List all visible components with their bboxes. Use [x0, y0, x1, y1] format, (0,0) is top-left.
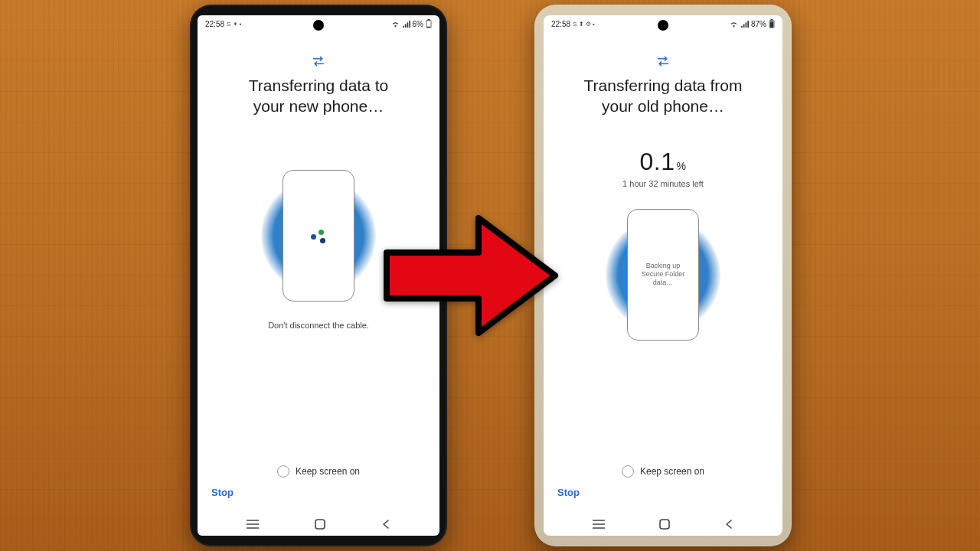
arrow-right-icon: [379, 207, 563, 344]
status-battery: 6%: [413, 20, 423, 28]
android-navbar: [198, 513, 439, 536]
nav-recents-icon[interactable]: [246, 519, 260, 530]
status-time: 22:58: [551, 20, 570, 28]
stop-button[interactable]: Stop: [211, 487, 234, 498]
nav-back-icon[interactable]: [724, 519, 734, 530]
nav-back-icon[interactable]: [381, 519, 391, 530]
scene: 22:58 S ✦ ▪ 6% Transferring data to your…: [0, 0, 980, 551]
loading-dots-icon: [309, 227, 328, 245]
nav-recents-icon[interactable]: [592, 519, 606, 530]
transfer-visual: [242, 163, 395, 308]
camera-punch-hole: [313, 20, 324, 31]
progress-percentage: 0.1%: [640, 148, 687, 176]
svg-rect-2: [427, 27, 431, 28]
time-remaining: 1 hour 32 minutes left: [622, 179, 704, 188]
page-title: Transferring data to your new phone…: [249, 75, 388, 117]
signal-icon: [402, 21, 410, 28]
bottom-bar: Stop: [544, 485, 782, 513]
status-indicators: S ⬆ ⚙ •: [573, 21, 595, 28]
wifi-icon: [391, 21, 400, 28]
android-navbar: [544, 513, 782, 536]
stop-button[interactable]: Stop: [557, 487, 580, 498]
wifi-icon: [730, 21, 738, 28]
keep-screen-on-toggle[interactable]: Keep screen on: [277, 465, 360, 478]
svg-rect-6: [315, 520, 325, 529]
signal-icon: [740, 21, 749, 28]
radio-unchecked-icon: [622, 465, 634, 478]
transfer-visual: Backing up Secure Folder data…: [586, 202, 740, 347]
svg-rect-8: [771, 19, 773, 21]
bottom-bar: Stop: [198, 485, 439, 513]
camera-punch-hole: [658, 20, 668, 31]
progress-unit: %: [677, 160, 687, 172]
page-title: Transferring data from your old phone…: [584, 75, 743, 117]
svg-rect-13: [660, 520, 669, 529]
screen-new: 22:58 S ⬆ ⚙ • 87% Transferring data from…: [544, 15, 782, 536]
battery-icon: [769, 19, 775, 28]
keep-screen-label: Keep screen on: [296, 466, 360, 477]
svg-rect-9: [770, 21, 774, 28]
status-time: 22:58: [205, 20, 224, 28]
radio-unchecked-icon: [277, 465, 289, 478]
battery-icon: [426, 19, 432, 28]
nav-home-icon[interactable]: [314, 518, 326, 530]
status-indicators: S ✦ ▪: [227, 21, 242, 28]
nav-home-icon[interactable]: [658, 518, 671, 530]
phone-new: 22:58 S ⬆ ⚙ • 87% Transferring data from…: [534, 5, 792, 546]
transfer-icon: [655, 55, 671, 67]
progress-value: 0.1: [640, 148, 675, 175]
transfer-icon: [311, 55, 326, 67]
phone-outline-graphic: Backing up Secure Folder data…: [627, 209, 699, 341]
hint-text: Don't disconnect the cable.: [268, 321, 369, 330]
keep-screen-label: Keep screen on: [640, 466, 704, 477]
keep-screen-on-toggle[interactable]: Keep screen on: [622, 465, 704, 478]
backup-status-text: Backing up Secure Folder data…: [637, 262, 690, 288]
content-new: Transferring data from your old phone… 0…: [544, 32, 782, 485]
svg-rect-1: [428, 19, 430, 21]
status-battery: 87%: [751, 20, 766, 28]
phone-outline-graphic: [283, 170, 354, 302]
